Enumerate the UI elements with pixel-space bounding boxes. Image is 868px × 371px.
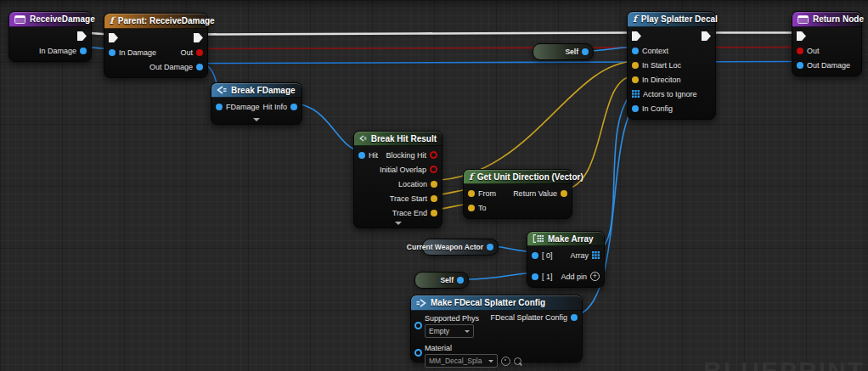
add-pin-label: Add pin [561, 273, 587, 281]
exec-in-pin[interactable] [797, 31, 806, 41]
break-struct-icon [359, 134, 367, 143]
pin-label: In Direciton [642, 76, 681, 84]
chevron-down-icon [465, 330, 470, 333]
variable-node-self-top[interactable]: Self [533, 43, 594, 60]
pin-hit[interactable] [358, 152, 365, 159]
pin-out[interactable] [797, 48, 803, 54]
pin-trace-start[interactable] [431, 195, 437, 202]
collapse-node-button[interactable] [211, 118, 302, 121]
node-return[interactable]: Return Node Out Out Damage [792, 11, 862, 76]
node-header[interactable]: f Parent: ReceiveDamage [104, 14, 207, 29]
supported-phys-dropdown[interactable]: Empty [425, 324, 474, 338]
exec-out-pin[interactable] [702, 31, 711, 41]
node-title: Return Node [813, 14, 864, 24]
node-header[interactable]: Return Node [792, 12, 861, 27]
event-icon [14, 15, 25, 24]
pin-elem-0[interactable] [532, 252, 538, 259]
pin-fdamage[interactable] [216, 104, 223, 110]
pin-supported-phys[interactable] [414, 322, 422, 329]
exec-in-pin[interactable] [632, 31, 641, 41]
pin-in-start-loc[interactable] [632, 62, 639, 69]
pin-label: Hit [369, 151, 378, 160]
pin-label: Hit Info [262, 103, 287, 111]
pin-label: Return Value [513, 189, 557, 198]
pin-label: FDecal Splatter Config [490, 313, 567, 322]
collapse-node-button[interactable] [354, 222, 442, 225]
pin-material[interactable] [414, 349, 422, 357]
node-header[interactable]: Make Array [527, 232, 604, 246]
variable-node-current-weapon-actor[interactable]: Current Weapon Actor [422, 239, 499, 256]
pin-label: Blocking Hit [386, 151, 426, 160]
pin-current-weapon-actor-out[interactable] [487, 244, 493, 250]
pin-trace-end[interactable] [431, 210, 437, 216]
node-header[interactable]: Break Hit Result [354, 132, 442, 146]
variable-node-self-bottom[interactable]: Self [414, 272, 469, 289]
pin-label: In Damage [119, 48, 156, 57]
pin-in-damage[interactable] [109, 49, 116, 56]
pin-to[interactable] [468, 205, 475, 211]
node-title: Make Array [548, 234, 594, 244]
pin-label: Trace End [392, 209, 427, 217]
wire-exec-parent-to-play[interactable] [201, 33, 631, 35]
node-header[interactable]: f Get Unit Direction (Vector) [464, 170, 572, 184]
dropdown-value: Empty [429, 327, 449, 335]
pin-in-config[interactable] [632, 105, 639, 112]
pin-out-damage[interactable] [797, 62, 803, 69]
pin-out[interactable] [196, 49, 203, 56]
pin-out-damage[interactable] [196, 64, 203, 70]
function-icon: f [633, 14, 637, 24]
browse-asset-icon[interactable] [514, 357, 521, 365]
pin-elem-1[interactable] [532, 273, 538, 280]
pin-blocking-hit[interactable] [430, 151, 437, 159]
use-selected-asset-icon[interactable] [501, 357, 510, 366]
pin-initial-overlap[interactable] [430, 166, 437, 173]
pin-label: From [478, 189, 496, 198]
pin-in-damage-out[interactable] [80, 48, 87, 54]
wire-hitinfo-to-hit[interactable] [293, 104, 361, 152]
pin-fdecal-splatter-config-out[interactable] [571, 314, 578, 321]
wire-self-to-elem1[interactable] [467, 273, 534, 280]
pin-hit-info[interactable] [290, 104, 297, 110]
array-grid-pin[interactable] [592, 251, 600, 259]
node-parent-receive-damage[interactable]: f Parent: ReceiveDamage In Damage Out Ou… [104, 13, 208, 78]
pin-return-value[interactable] [561, 190, 567, 197]
exec-out-pin[interactable] [194, 33, 203, 42]
pin-in-direction[interactable] [632, 76, 639, 83]
node-get-unit-direction[interactable]: f Get Unit Direction (Vector) From Retur… [463, 169, 572, 219]
pin-context[interactable] [632, 48, 639, 54]
dropdown-value: MM_Decal_Spla [429, 357, 482, 365]
pin-self-out[interactable] [582, 48, 589, 55]
pin-label: In Start Loc [642, 61, 681, 70]
pin-label: Out [180, 48, 193, 57]
variable-label: Self [440, 276, 454, 284]
node-header[interactable]: Break FDamage [211, 83, 302, 98]
node-header[interactable]: Make FDecal Splatter Config [411, 295, 582, 311]
node-header[interactable]: ReceiveDamage [9, 12, 91, 27]
node-title: Play Splatter Decal [641, 14, 718, 24]
pin-label: Out Damage [149, 63, 193, 71]
pin-from[interactable] [468, 190, 475, 197]
pin-label: To [478, 204, 487, 212]
pin-location[interactable] [431, 181, 437, 188]
node-header[interactable]: f Play Splatter Decal [628, 12, 715, 27]
pin-label: In Damage [39, 47, 76, 55]
node-make-fdecal-splatter-config[interactable]: Make FDecal Splatter Config FDecal Splat… [410, 295, 583, 363]
material-dropdown[interactable]: MM_Decal_Spla [425, 354, 498, 368]
pin-label: Context [642, 47, 668, 55]
function-icon: f [110, 16, 114, 25]
exec-in-pin[interactable] [109, 33, 118, 42]
exec-out-pin[interactable] [77, 31, 87, 41]
node-title: Break Hit Result [371, 134, 437, 143]
node-break-hit-result[interactable]: Break Hit Result Hit Blocking Hit Initia… [353, 131, 442, 228]
node-receive-damage[interactable]: ReceiveDamage In Damage [8, 11, 92, 62]
node-play-splatter-decal[interactable]: f Play Splatter Decal Context In Start L… [627, 11, 716, 120]
node-break-fdamage[interactable]: Break FDamage FDamage Hit Info [211, 82, 302, 125]
blueprint-graph-canvas[interactable]: BLUEPRINT ReceiveDamage [0, 0, 868, 371]
pin-self-out[interactable] [457, 277, 464, 284]
array-grid-pin[interactable] [632, 90, 640, 98]
pin-label: FDamage [226, 103, 260, 111]
add-pin-button[interactable]: Add pin+ [561, 272, 600, 281]
node-make-array[interactable]: Make Array [ 0] Array [ 1] Add pin+ [527, 231, 605, 288]
chevron-down-icon [488, 360, 493, 363]
pin-label: [ 0] [542, 251, 553, 260]
